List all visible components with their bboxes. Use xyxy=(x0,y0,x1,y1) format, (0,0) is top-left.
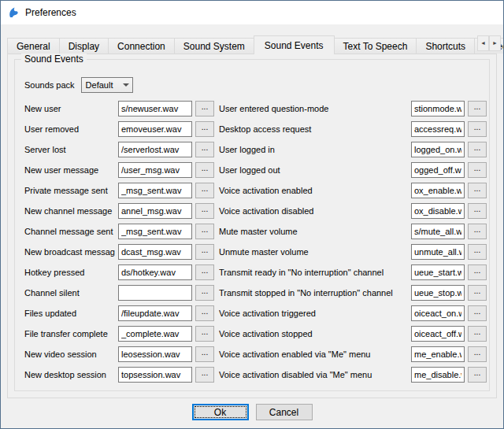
tab-text-to-speech[interactable]: Text To Speech xyxy=(334,38,417,54)
preferences-window: Preferences GeneralDisplayConnectionSoun… xyxy=(0,0,504,429)
cancel-button[interactable]: Cancel xyxy=(256,404,313,420)
event-label: Desktop access request xyxy=(219,124,408,134)
browse-button[interactable]: ... xyxy=(195,121,214,137)
event-label: Voice activation triggered xyxy=(219,309,408,318)
event-file-input[interactable] xyxy=(411,285,465,301)
event-file-input[interactable] xyxy=(411,203,465,219)
event-label: Voice activation disabled xyxy=(219,206,408,216)
event-label: Private message sent xyxy=(24,186,115,195)
event-file-input[interactable] xyxy=(411,367,465,383)
tab-sound-events[interactable]: Sound Events xyxy=(254,35,335,54)
browse-button[interactable]: ... xyxy=(195,285,214,301)
event-label: New video session xyxy=(24,349,115,359)
event-file-input[interactable] xyxy=(411,224,465,239)
event-file-input[interactable] xyxy=(118,244,192,260)
event-file-input[interactable] xyxy=(118,203,192,219)
right-events-column: User entered question-mode...Desktop acc… xyxy=(219,101,487,383)
event-file-input[interactable] xyxy=(411,121,465,137)
browse-button[interactable]: ... xyxy=(468,121,487,137)
event-file-input[interactable] xyxy=(118,142,192,157)
title-bar: Preferences xyxy=(1,1,503,24)
browse-button[interactable]: ... xyxy=(195,346,214,362)
event-file-input[interactable] xyxy=(118,162,192,178)
tab-scroll-buttons: ◄ ► xyxy=(477,35,501,51)
event-label: Transmit ready in "No interruption" chan… xyxy=(219,268,408,277)
event-label: Server lost xyxy=(24,145,115,154)
event-file-input[interactable] xyxy=(118,367,192,383)
event-label: Channel silent xyxy=(24,288,115,298)
event-label: New user xyxy=(24,104,115,113)
browse-button[interactable]: ... xyxy=(468,244,487,260)
event-label: Voice activation enabled via "Me" menu xyxy=(219,349,408,359)
event-file-input[interactable] xyxy=(411,346,465,362)
event-label: Hotkey pressed xyxy=(24,268,115,277)
ok-button[interactable]: Ok xyxy=(192,404,249,420)
browse-button[interactable]: ... xyxy=(468,183,487,198)
browse-button[interactable]: ... xyxy=(468,326,487,342)
browse-button[interactable]: ... xyxy=(195,367,214,383)
browse-button[interactable]: ... xyxy=(195,244,214,260)
event-label: User entered question-mode xyxy=(219,104,408,113)
browse-button[interactable]: ... xyxy=(468,101,487,116)
event-file-input[interactable] xyxy=(411,244,465,260)
browse-button[interactable]: ... xyxy=(195,326,214,342)
event-label: Voice activation enabled xyxy=(219,186,408,195)
browse-button[interactable]: ... xyxy=(195,183,214,198)
sounds-pack-label: Sounds pack xyxy=(24,80,75,90)
browse-button[interactable]: ... xyxy=(468,305,487,321)
event-label: Channel message sent xyxy=(24,227,115,236)
browse-button[interactable]: ... xyxy=(468,346,487,362)
browse-button[interactable]: ... xyxy=(195,101,214,116)
event-file-input[interactable] xyxy=(411,305,465,321)
browse-button[interactable]: ... xyxy=(468,224,487,239)
sounds-pack-select[interactable]: Default xyxy=(81,77,133,93)
event-file-input[interactable] xyxy=(118,285,192,301)
event-file-input[interactable] xyxy=(411,142,465,157)
event-file-input[interactable] xyxy=(118,346,192,362)
browse-button[interactable]: ... xyxy=(195,142,214,157)
event-file-input[interactable] xyxy=(118,326,192,342)
event-file-input[interactable] xyxy=(411,264,465,280)
tab-scroll-right-button[interactable]: ► xyxy=(489,35,501,51)
browse-button[interactable]: ... xyxy=(468,142,487,157)
tab-general[interactable]: General xyxy=(7,38,60,54)
event-label: New broadcast message xyxy=(24,247,115,257)
dialog-footer: Ok Cancel xyxy=(1,404,503,420)
event-label: User logged in xyxy=(219,145,408,154)
browse-button[interactable]: ... xyxy=(195,264,214,280)
sounds-pack-row: Sounds pack Default xyxy=(24,77,481,93)
event-file-input[interactable] xyxy=(118,305,192,321)
browse-button[interactable]: ... xyxy=(468,367,487,383)
event-label: Mute master volume xyxy=(219,227,408,236)
event-file-input[interactable] xyxy=(411,162,465,178)
event-label: File transfer complete xyxy=(24,329,115,338)
browse-button[interactable]: ... xyxy=(195,203,214,219)
browse-button[interactable]: ... xyxy=(468,264,487,280)
event-file-input[interactable] xyxy=(411,326,465,342)
browse-button[interactable]: ... xyxy=(195,162,214,178)
browse-button[interactable]: ... xyxy=(195,305,214,321)
event-file-input[interactable] xyxy=(118,183,192,198)
browse-button[interactable]: ... xyxy=(468,203,487,219)
tab-display[interactable]: Display xyxy=(59,38,109,54)
sound-events-group: Sound Events Sounds pack Default New use… xyxy=(14,59,490,391)
event-file-input[interactable] xyxy=(118,101,192,116)
sounds-pack-value: Default xyxy=(86,80,113,90)
left-events-column: New user...User removed...Server lost...… xyxy=(24,101,214,383)
tab-bar: GeneralDisplayConnectionSound SystemSoun… xyxy=(7,35,503,54)
event-file-input[interactable] xyxy=(118,121,192,137)
tab-shortcuts[interactable]: Shortcuts xyxy=(416,38,475,54)
event-file-input[interactable] xyxy=(411,183,465,198)
event-file-input[interactable] xyxy=(118,264,192,280)
tab-sound-system[interactable]: Sound System xyxy=(174,38,254,54)
event-label: Files updated xyxy=(24,309,115,318)
browse-button[interactable]: ... xyxy=(468,285,487,301)
event-label: Voice activation stopped xyxy=(219,329,408,338)
tab-connection[interactable]: Connection xyxy=(108,38,175,54)
group-title: Sound Events xyxy=(21,54,87,65)
browse-button[interactable]: ... xyxy=(195,224,214,239)
event-file-input[interactable] xyxy=(411,101,465,116)
event-file-input[interactable] xyxy=(118,224,192,239)
tab-scroll-left-button[interactable]: ◄ xyxy=(477,35,489,51)
browse-button[interactable]: ... xyxy=(468,162,487,178)
